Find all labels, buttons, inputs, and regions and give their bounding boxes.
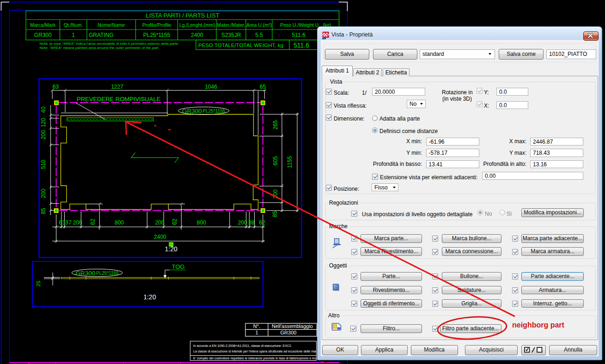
svg-text:neighborg part: neighborg part xyxy=(512,321,565,329)
